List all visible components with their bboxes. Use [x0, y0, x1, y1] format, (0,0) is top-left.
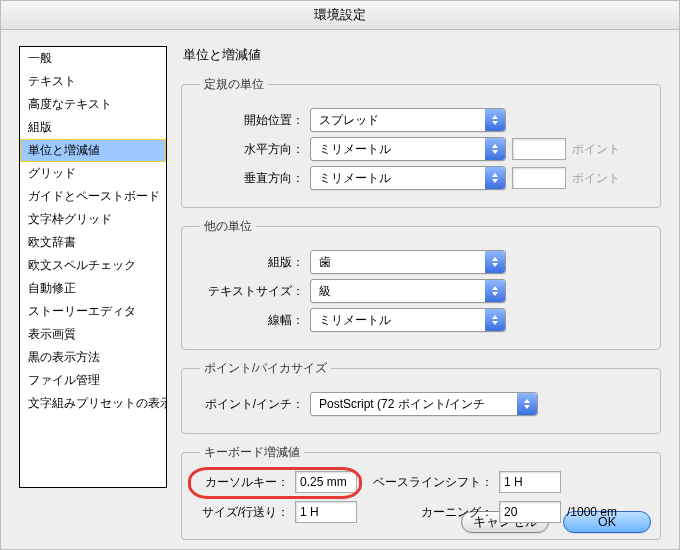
kerning-label: カーニング：	[363, 504, 493, 521]
sidebar-item[interactable]: 高度なテキスト	[20, 93, 166, 116]
kerning-trail: /1000 em	[567, 505, 641, 519]
point-pica-select[interactable]: PostScript (72 ポイント/インチ	[310, 392, 538, 416]
dropdown-arrow-icon	[485, 309, 505, 331]
point-pica-group: ポイント/パイカサイズ ポイント/インチ： PostScript (72 ポイン…	[181, 360, 661, 434]
ruler-units-group: 定規の単位 開始位置： スプレッド 水平方向： ミリメートル ポイント	[181, 76, 661, 208]
layout-label: 組版：	[194, 254, 304, 271]
horizontal-select[interactable]: ミリメートル	[310, 137, 506, 161]
window-titlebar: 環境設定	[1, 1, 679, 30]
point-pica-legend: ポイント/パイカサイズ	[200, 360, 331, 377]
text-size-value: 級	[319, 283, 331, 300]
horizontal-points-input[interactable]	[512, 138, 566, 160]
sidebar-item[interactable]: 組版	[20, 116, 166, 139]
point-pica-label: ポイント/インチ：	[194, 396, 304, 413]
sidebar-item[interactable]: テキスト	[20, 70, 166, 93]
size-leading-input[interactable]	[295, 501, 357, 523]
sidebar-item[interactable]: 欧文辞書	[20, 231, 166, 254]
origin-label: 開始位置：	[194, 112, 304, 129]
dropdown-arrow-icon	[485, 167, 505, 189]
dropdown-arrow-icon	[485, 138, 505, 160]
sidebar-item[interactable]: 黒の表示方法	[20, 346, 166, 369]
window-title: 環境設定	[314, 6, 366, 24]
layout-select[interactable]: 歯	[310, 250, 506, 274]
sidebar-item[interactable]: 文字組みプリセットの表示設定	[20, 392, 166, 415]
preferences-window: 環境設定 一般テキスト高度なテキスト組版単位と増減値グリッドガイドとペーストボー…	[0, 0, 680, 550]
horizontal-value: ミリメートル	[319, 141, 391, 158]
ruler-units-legend: 定規の単位	[200, 76, 268, 93]
origin-select[interactable]: スプレッド	[310, 108, 506, 132]
page-title: 単位と増減値	[183, 46, 661, 64]
origin-select-value: スプレッド	[319, 112, 379, 129]
vertical-points-unit: ポイント	[572, 170, 620, 187]
baseline-shift-label: ベースラインシフト：	[363, 474, 493, 491]
dropdown-arrow-icon	[517, 393, 537, 415]
vertical-label: 垂直方向：	[194, 170, 304, 187]
vertical-select[interactable]: ミリメートル	[310, 166, 506, 190]
sidebar-item[interactable]: グリッド	[20, 162, 166, 185]
sidebar-item[interactable]: 一般	[20, 47, 166, 70]
sidebar-item[interactable]: ストーリーエディタ	[20, 300, 166, 323]
dropdown-arrow-icon	[485, 109, 505, 131]
cursor-key-label: カーソルキー：	[194, 474, 289, 491]
horizontal-label: 水平方向：	[194, 141, 304, 158]
vertical-points-input[interactable]	[512, 167, 566, 189]
sidebar-item[interactable]: 表示画質	[20, 323, 166, 346]
settings-main: 単位と増減値 定規の単位 開始位置： スプレッド 水平方向： ミリメートル	[181, 46, 661, 497]
sidebar-item[interactable]: 単位と増減値	[20, 139, 166, 162]
line-select[interactable]: ミリメートル	[310, 308, 506, 332]
vertical-value: ミリメートル	[319, 170, 391, 187]
sidebar-item[interactable]: 文字枠グリッド	[20, 208, 166, 231]
sidebar-item[interactable]: 自動修正	[20, 277, 166, 300]
baseline-shift-input[interactable]	[499, 471, 561, 493]
category-sidebar: 一般テキスト高度なテキスト組版単位と増減値グリッドガイドとペーストボード文字枠グ…	[19, 46, 167, 488]
point-pica-value: PostScript (72 ポイント/インチ	[319, 396, 485, 413]
sidebar-item[interactable]: 欧文スペルチェック	[20, 254, 166, 277]
layout-value: 歯	[319, 254, 331, 271]
keyboard-increment-legend: キーボード増減値	[200, 444, 304, 461]
sidebar-item[interactable]: ファイル管理	[20, 369, 166, 392]
dropdown-arrow-icon	[485, 280, 505, 302]
line-label: 線幅：	[194, 312, 304, 329]
line-value: ミリメートル	[319, 312, 391, 329]
other-units-group: 他の単位 組版： 歯 テキストサイズ： 級 線幅：	[181, 218, 661, 350]
keyboard-increment-group: キーボード増減値 カーソルキー： ベースラインシフト： サイズ/行送り： カーニ…	[181, 444, 661, 540]
size-leading-label: サイズ/行送り：	[194, 504, 289, 521]
dropdown-arrow-icon	[485, 251, 505, 273]
cursor-key-input[interactable]	[295, 471, 357, 493]
text-size-select[interactable]: 級	[310, 279, 506, 303]
kerning-input[interactable]	[499, 501, 561, 523]
text-size-label: テキストサイズ：	[194, 283, 304, 300]
horizontal-points-unit: ポイント	[572, 141, 620, 158]
window-body: 一般テキスト高度なテキスト組版単位と増減値グリッドガイドとペーストボード文字枠グ…	[1, 30, 679, 507]
sidebar-item[interactable]: ガイドとペーストボード	[20, 185, 166, 208]
other-units-legend: 他の単位	[200, 218, 256, 235]
